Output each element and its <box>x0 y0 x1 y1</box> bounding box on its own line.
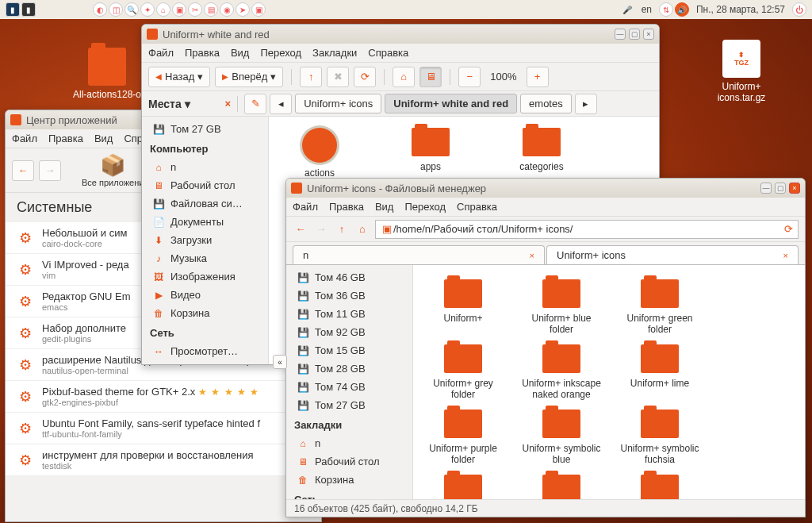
close-tab-icon[interactable]: × <box>530 251 534 260</box>
menu-bookmarks[interactable]: Закладки <box>312 47 357 59</box>
tab[interactable]: Uniform+ icons× <box>546 245 799 264</box>
panel-icon[interactable]: ◉ <box>220 2 234 17</box>
sidebar-item[interactable]: 🖼Изображения <box>142 267 268 286</box>
menu-edit[interactable]: Правка <box>48 133 83 144</box>
sidebar-volume[interactable]: 💾Том 11 GB <box>286 305 412 323</box>
home-button[interactable]: ⌂ <box>354 223 370 235</box>
desktop-folder[interactable]: All-actions128-о <box>63 48 151 100</box>
computer-button[interactable]: 🖥 <box>419 67 442 87</box>
panel-icon[interactable]: ▣ <box>172 2 186 17</box>
menu-go[interactable]: Переход <box>404 201 446 213</box>
up-button[interactable]: ↑ <box>334 223 350 235</box>
sidebar-item[interactable]: 📄Документы <box>142 213 268 231</box>
clock[interactable]: Пн., 28 марта, 12:57 <box>690 4 791 15</box>
forward-button[interactable]: ▶Вперёд ▾ <box>215 67 283 87</box>
tab[interactable]: n× <box>293 245 545 264</box>
folder-item[interactable]: Uniform+ symbolic blue <box>519 410 603 465</box>
menu-view[interactable]: Вид <box>231 47 250 59</box>
menu-view[interactable]: Вид <box>94 133 113 144</box>
sidebar-volume[interactable]: 💾Том 27 GB <box>142 120 268 138</box>
sidebar-item[interactable]: ⬇Загрузки <box>142 231 268 249</box>
panel-icon[interactable]: ✂ <box>188 2 202 17</box>
software-item[interactable]: ⚙ Pixbuf-based theme for GTK+ 2.x ★ ★ ★ … <box>6 381 321 413</box>
panel-icon[interactable]: ▣ <box>251 2 266 17</box>
menu-help[interactable]: Справка <box>368 47 408 59</box>
close-tab-icon[interactable]: × <box>783 251 788 260</box>
folder-item[interactable]: Uniform+ grey folder <box>421 344 505 400</box>
sidebar-volume[interactable]: 💾Том 46 GB <box>286 268 412 286</box>
forward-button[interactable]: → <box>313 223 329 235</box>
all-apps-icon[interactable]: 📦 <box>82 153 144 178</box>
breadcrumb[interactable]: emotes <box>520 94 572 113</box>
collapse-button[interactable]: « <box>273 355 287 369</box>
panel-icon[interactable]: ✦ <box>140 2 155 17</box>
folder-item[interactable]: Uniform+ green folder <box>618 279 702 335</box>
close-sidebar-icon[interactable]: × <box>225 98 232 110</box>
close-button[interactable]: × <box>789 183 800 194</box>
panel-icon[interactable]: ▮ <box>6 2 20 17</box>
back-button[interactable]: ← <box>293 223 308 235</box>
folder-item[interactable]: categories <box>502 128 581 179</box>
panel-icon[interactable]: ◫ <box>109 2 123 17</box>
menu-edit[interactable]: Правка <box>185 47 220 59</box>
stop-button[interactable]: ✖ <box>327 67 349 87</box>
home-button[interactable]: ⌂ <box>393 67 415 87</box>
menu-file[interactable]: Файл <box>12 133 37 144</box>
address-bar[interactable]: ▣ /home/n/Рабочий стол/Uniform+ icons/ ⟳ <box>375 220 799 239</box>
back-button[interactable]: ◀Назад ▾ <box>148 67 210 87</box>
file-view[interactable]: Uniform+Uniform+ blue folderUniform+ gre… <box>413 265 805 499</box>
panel-icon[interactable]: ▮ <box>21 2 36 17</box>
sidebar-item[interactable]: 🖥Рабочий стол <box>142 176 268 194</box>
sidebar-browse-network[interactable]: ↔Просмотрет… <box>142 342 268 360</box>
sidebar-volume[interactable]: 💾Том 36 GB <box>286 286 412 305</box>
panel-icon[interactable]: 🔍 <box>124 2 139 17</box>
sidebar-volume[interactable]: 💾Том 15 GB <box>286 341 412 360</box>
sidebar-volume[interactable]: 💾Том 92 GB <box>286 323 412 341</box>
minimize-button[interactable]: — <box>615 29 626 40</box>
menu-help[interactable]: Спр <box>124 133 143 144</box>
crumb-fwd-button[interactable]: ▸ <box>575 94 597 114</box>
titlebar[interactable]: Uniform+ icons - Файловый менеджер — ▢ × <box>286 179 805 198</box>
folder-item[interactable]: Uniform+ symbolic orange <box>519 475 603 499</box>
folder-item[interactable]: Uniform+ <box>421 279 505 335</box>
sidebar-bookmark[interactable]: ⌂n <box>286 434 412 452</box>
close-button[interactable]: × <box>643 29 654 40</box>
volume-icon[interactable]: 🔊 <box>675 2 689 17</box>
folder-item[interactable]: Uniform+ blue folder <box>519 279 603 335</box>
back-button[interactable]: ← <box>12 160 34 181</box>
sidebar-volume[interactable]: 💾Том 27 GB <box>286 396 412 414</box>
menu-go[interactable]: Переход <box>260 47 301 59</box>
up-button[interactable]: ↑ <box>300 67 322 87</box>
folder-item[interactable]: Uniform+ symbolic red <box>618 475 702 499</box>
panel-icon[interactable]: ➤ <box>236 2 250 17</box>
panel-icon[interactable]: ◐ <box>93 2 107 17</box>
folder-item[interactable]: Uniform+ symbolic green <box>421 475 505 499</box>
folder-item[interactable]: actions <box>280 128 359 179</box>
sidebar-item[interactable]: 🗑Корзина <box>142 304 268 322</box>
sidebar-item[interactable]: ▶Видео <box>142 286 268 304</box>
breadcrumb[interactable]: Uniform+ white and red <box>385 94 517 113</box>
sidebar-bookmark[interactable]: 🖥Рабочий стол <box>286 452 412 471</box>
titlebar[interactable]: Uniform+ white and red — ▢ × <box>142 25 659 44</box>
edit-path-button[interactable]: ✎ <box>244 94 266 114</box>
folder-item[interactable]: Uniform+ lime <box>618 344 702 400</box>
panel-icon[interactable]: ⌂ <box>156 2 170 17</box>
power-icon[interactable]: ⏻ <box>792 2 806 17</box>
mic-icon[interactable]: 🎤 <box>620 2 634 17</box>
places-label[interactable]: Места ▾ <box>148 98 222 110</box>
sidebar-bookmark[interactable]: 🗑Корзина <box>286 471 412 489</box>
folder-item[interactable]: Uniform+ inkscape naked orange <box>519 344 603 400</box>
menu-file[interactable]: Файл <box>293 201 318 213</box>
folder-item[interactable]: Uniform+ symbolic fuchsia <box>618 410 702 465</box>
software-item[interactable]: ⚙ Ubuntu Font Family, sans-serif typefac… <box>6 413 321 444</box>
software-item[interactable]: ⚙ инструмент для проверки и восстановлен… <box>6 444 321 476</box>
folder-item[interactable]: Uniform+ purple folder <box>421 410 505 465</box>
sidebar-volume[interactable]: 💾Том 28 GB <box>286 360 412 378</box>
desktop-tgz[interactable]: ⬍TGZ Uniform+ icons.tar.gz <box>698 40 785 103</box>
menu-edit[interactable]: Правка <box>329 201 364 213</box>
menu-view[interactable]: Вид <box>375 201 394 213</box>
maximize-button[interactable]: ▢ <box>775 183 786 194</box>
maximize-button[interactable]: ▢ <box>629 29 640 40</box>
sidebar-item[interactable]: ♪Музыка <box>142 249 268 267</box>
minimize-button[interactable]: — <box>760 183 772 194</box>
